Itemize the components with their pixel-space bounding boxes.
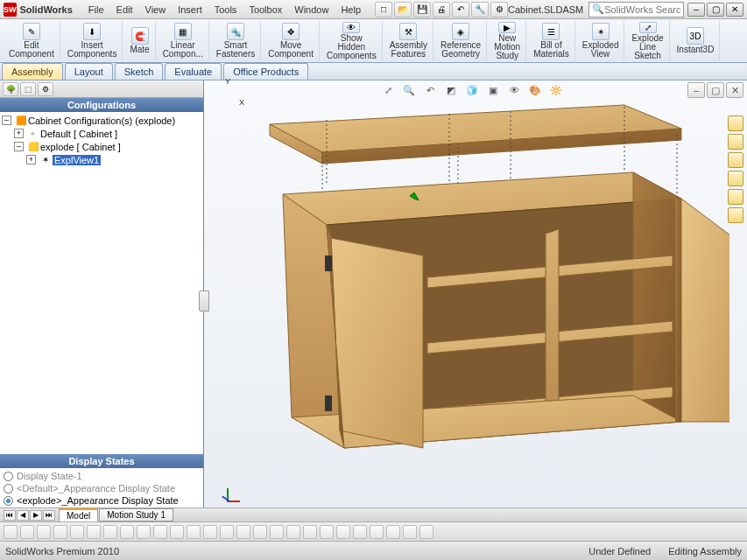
graphics-viewport[interactable]: ⤢ 🔍 ↶ ◩ 🧊 ▣ 👁 🎨 🔆 – ▢ ✕	[204, 80, 747, 525]
collapse-icon[interactable]: –	[14, 142, 24, 151]
tab-last-icon[interactable]: ⏭	[43, 510, 55, 521]
radio-icon[interactable]	[4, 484, 13, 494]
panel-splitter-handle[interactable]	[199, 290, 209, 312]
sketch-tool-10[interactable]	[153, 525, 167, 539]
appearances-tab-icon[interactable]	[728, 189, 743, 205]
sketch-tool-19[interactable]	[303, 525, 317, 539]
menu-edit[interactable]: Edit	[111, 3, 138, 17]
sketch-tool-16[interactable]	[253, 525, 267, 539]
resources-tab-icon[interactable]	[728, 116, 743, 131]
sketch-tool-2[interactable]	[20, 525, 34, 539]
ribbon-edit-component[interactable]: ✎EditComponent	[4, 21, 60, 61]
ribbon-explode-line[interactable]: ⤢ExplodeLineSketch	[626, 21, 669, 61]
sketch-tool-25[interactable]	[403, 525, 417, 539]
configuration-manager-tab-icon[interactable]: ⚙	[38, 82, 53, 96]
menu-help[interactable]: Help	[335, 3, 366, 17]
new-icon[interactable]: □	[375, 2, 392, 18]
hide-show-icon[interactable]: 👁	[505, 82, 523, 98]
ribbon-assembly-features[interactable]: ⚒AssemblyFeatures	[384, 21, 433, 61]
search-input[interactable]	[604, 4, 680, 15]
sketch-tool-24[interactable]	[386, 525, 400, 539]
ribbon-linear-pattern[interactable]: ▦LinearCompon...	[158, 21, 209, 61]
sketch-tool-18[interactable]	[286, 525, 300, 539]
save-icon[interactable]: 💾	[413, 2, 431, 18]
radio-icon[interactable]	[4, 472, 13, 481]
sketch-tool-20[interactable]	[320, 525, 334, 539]
section-view-icon[interactable]: ◩	[442, 82, 460, 98]
tab-layout[interactable]: Layout	[65, 63, 113, 80]
tree-item-default[interactable]: + ▫ Default [ Cabinet ]	[12, 127, 203, 140]
tab-sketch[interactable]: Sketch	[115, 63, 164, 80]
open-icon[interactable]: 📂	[394, 2, 412, 18]
zoom-area-icon[interactable]: 🔍	[400, 82, 418, 98]
scene-icon[interactable]: 🔆	[547, 82, 565, 98]
menu-toolbox[interactable]: Toolbox	[243, 3, 287, 17]
sketch-tool-15[interactable]	[236, 525, 250, 539]
sketch-tool-11[interactable]	[170, 525, 184, 539]
ribbon-motion-study[interactable]: ▶NewMotionStudy	[489, 21, 526, 61]
display-state-explode[interactable]: <explode>_Appearance Display State	[4, 494, 200, 507]
tree-root[interactable]: – 🟧 Cabinet Configuration(s) (explode)	[0, 114, 203, 127]
menu-file[interactable]: File	[83, 3, 109, 17]
ribbon-insert-components[interactable]: ⬇InsertComponents	[62, 21, 123, 61]
expand-icon[interactable]: +	[14, 129, 24, 138]
ribbon-exploded-view[interactable]: ✶ExplodedView	[577, 21, 625, 61]
display-state-1[interactable]: Display State-1	[4, 470, 200, 482]
bottom-tab-motion[interactable]: Motion Study 1	[99, 508, 173, 522]
options-icon[interactable]: ⚙	[490, 2, 508, 18]
menu-view[interactable]: View	[140, 3, 172, 17]
ribbon-instant3d[interactable]: 3DInstant3D	[672, 21, 721, 61]
ribbon-mate[interactable]: 🧲Mate	[124, 21, 155, 61]
sketch-tool-26[interactable]	[419, 525, 433, 539]
file-explorer-tab-icon[interactable]	[728, 152, 743, 168]
tab-office-products[interactable]: Office Products	[223, 63, 308, 80]
undo-icon[interactable]: ↶	[452, 2, 469, 18]
view-palette-tab-icon[interactable]	[728, 171, 743, 186]
sketch-tool-22[interactable]	[353, 525, 367, 539]
close-button[interactable]: ✕	[726, 3, 743, 17]
sketch-tool-6[interactable]	[87, 525, 101, 539]
viewport-minimize-icon[interactable]: –	[687, 82, 705, 98]
sketch-tool-5[interactable]	[70, 525, 84, 539]
sketch-tool-4[interactable]	[53, 525, 67, 539]
sketch-tool-12[interactable]	[187, 525, 201, 539]
property-manager-tab-icon[interactable]: ⬚	[20, 82, 36, 96]
search-box[interactable]: 🔍	[588, 2, 684, 18]
rebuild-icon[interactable]: 🔧	[471, 2, 489, 18]
tab-first-icon[interactable]: ⏮	[4, 510, 16, 521]
view-orientation-icon[interactable]: 🧊	[463, 82, 481, 98]
sketch-tool-21[interactable]	[336, 525, 350, 539]
sketch-tool-3[interactable]	[37, 525, 51, 539]
previous-view-icon[interactable]: ↶	[421, 82, 439, 98]
tab-next-icon[interactable]: ▶	[30, 510, 42, 521]
tab-prev-icon[interactable]: ◀	[17, 510, 29, 521]
viewport-close-icon[interactable]: ✕	[726, 82, 743, 98]
sketch-tool-8[interactable]	[120, 525, 134, 539]
ribbon-reference-geometry[interactable]: ◈ReferenceGeometry	[435, 21, 487, 61]
viewport-maximize-icon[interactable]: ▢	[707, 82, 724, 98]
radio-on-icon[interactable]	[4, 496, 13, 506]
tree-item-explview[interactable]: + ✶ ExplView1	[25, 153, 203, 166]
sketch-tool-17[interactable]	[270, 525, 284, 539]
maximize-button[interactable]: ▢	[707, 3, 724, 17]
feature-tree-tab-icon[interactable]: 🌳	[3, 82, 18, 96]
appearances-icon[interactable]: 🎨	[526, 82, 544, 98]
menu-tools[interactable]: Tools	[209, 3, 243, 17]
bottom-tab-model[interactable]: Model	[59, 508, 98, 522]
sketch-tool-23[interactable]	[370, 525, 384, 539]
menu-window[interactable]: Window	[289, 3, 334, 17]
sketch-tool-7[interactable]	[103, 525, 117, 539]
ribbon-show-hidden[interactable]: 👁ShowHiddenComponents	[321, 21, 383, 61]
design-library-tab-icon[interactable]	[728, 134, 743, 150]
minimize-button[interactable]: –	[687, 3, 705, 17]
tab-assembly[interactable]: Assembly	[2, 63, 63, 80]
ribbon-move-component[interactable]: ✥MoveComponent	[263, 21, 320, 61]
sketch-tool-13[interactable]	[203, 525, 217, 539]
tree-item-explode[interactable]: – 🟨 explode [ Cabinet ]	[12, 140, 203, 153]
display-state-default[interactable]: <Default>_Appearance Display State	[4, 482, 200, 494]
ribbon-bom[interactable]: ☰Bill ofMaterials	[528, 21, 575, 61]
print-icon[interactable]: 🖨	[433, 2, 450, 18]
display-style-icon[interactable]: ▣	[484, 82, 502, 98]
collapse-icon[interactable]: –	[2, 116, 11, 125]
ribbon-smart-fasteners[interactable]: 🔩SmartFasteners	[211, 21, 261, 61]
